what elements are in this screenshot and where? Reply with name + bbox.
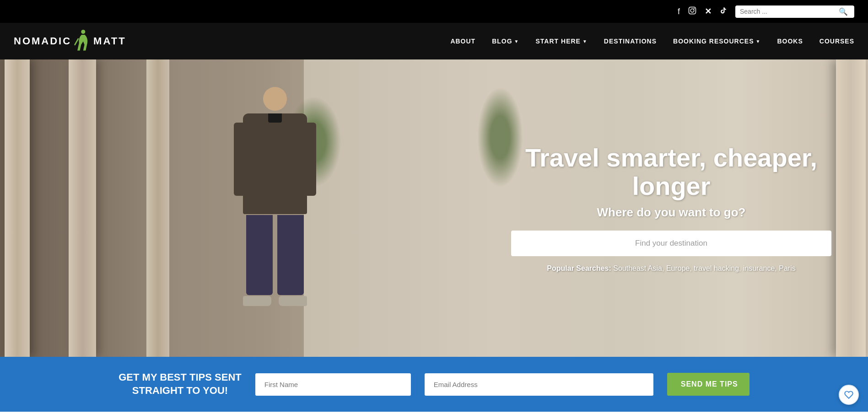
person-legs	[246, 215, 304, 295]
person-collar	[268, 113, 282, 123]
signup-bar: GET MY BEST TIPS SENT STRAIGHT TO YOU! S…	[0, 357, 868, 412]
column-3	[146, 59, 169, 357]
first-name-input[interactable]	[255, 373, 411, 396]
column-r1	[836, 59, 866, 357]
signup-headline-line1: GET MY BEST TIPS SENT	[119, 371, 242, 383]
tiktok-link[interactable]	[720, 6, 727, 16]
popular-searches-label: Popular Searches:	[547, 264, 611, 272]
nav-item-books[interactable]: BOOKS	[777, 38, 803, 45]
search-button[interactable]: 🔍	[839, 7, 848, 16]
hero-title: Travel smarter, cheaper, longer	[511, 144, 831, 200]
svg-point-3	[81, 30, 85, 34]
popular-searches-items: Southeast Asia, Europe, travel hacking, …	[613, 264, 795, 272]
email-input[interactable]	[425, 373, 653, 396]
popular-searches: Popular Searches: Southeast Asia, Europe…	[511, 264, 831, 273]
shoe-left	[243, 296, 271, 306]
logo-text-right: MATT	[93, 35, 126, 47]
hero-content: Travel smarter, cheaper, longer Where do…	[511, 144, 831, 273]
twitter-x-link[interactable]: ✕	[705, 6, 712, 16]
person-shoes	[243, 296, 307, 306]
header-search[interactable]: 🔍	[735, 5, 854, 18]
main-nav: NOMADIC MATT ABOUT BLOG▼ START HERE▼ DES…	[0, 23, 868, 59]
shoe-right	[279, 296, 307, 306]
column-1	[5, 59, 30, 357]
svg-point-2	[694, 8, 695, 9]
instagram-link[interactable]	[688, 6, 696, 17]
hero-search-placeholder: Find your destination	[635, 239, 707, 248]
nav-link-destinations[interactable]: DESTINATIONS	[604, 38, 657, 45]
person-head	[263, 87, 287, 111]
hero-section: Travel smarter, cheaper, longer Where do…	[0, 59, 868, 357]
nav-item-blog[interactable]: BLOG▼	[492, 38, 519, 45]
hero-subtitle: Where do you want to go?	[511, 205, 831, 220]
social-icons: f ✕	[678, 6, 727, 17]
svg-line-4	[75, 39, 78, 45]
nav-link-books[interactable]: BOOKS	[777, 38, 803, 45]
nav-link-about[interactable]: ABOUT	[450, 38, 475, 45]
nav-item-start-here[interactable]: START HERE▼	[536, 38, 588, 45]
hero-search-box[interactable]: Find your destination	[511, 231, 831, 256]
logo-link[interactable]: NOMADIC MATT	[14, 30, 126, 53]
chevron-down-icon: ▼	[582, 39, 588, 44]
nav-links: ABOUT BLOG▼ START HERE▼ DESTINATIONS BOO…	[450, 38, 854, 45]
signup-headline: GET MY BEST TIPS SENT STRAIGHT TO YOU!	[119, 371, 242, 397]
leg-right	[277, 215, 304, 295]
nav-item-booking[interactable]: BOOKING RESOURCES▼	[673, 38, 760, 45]
column-2	[69, 59, 96, 357]
svg-rect-0	[689, 7, 696, 14]
nav-item-about[interactable]: ABOUT	[450, 38, 475, 45]
chevron-down-icon: ▼	[756, 39, 761, 44]
signup-headline-line2: STRAIGHT TO YOU!	[132, 385, 228, 396]
nav-link-courses[interactable]: COURSES	[819, 38, 854, 45]
wishlist-bubble[interactable]	[839, 385, 859, 405]
search-input[interactable]	[740, 8, 836, 15]
person-body	[243, 113, 307, 214]
facebook-link[interactable]: f	[678, 7, 680, 16]
svg-point-1	[690, 9, 694, 12]
person-arm-left	[234, 123, 245, 196]
nav-link-start-here[interactable]: START HERE▼	[536, 38, 588, 45]
top-bar: f ✕ 🔍	[0, 0, 868, 23]
hero-person	[243, 87, 307, 306]
person-arm-right	[305, 123, 316, 196]
send-tips-button[interactable]: SEND ME TIPS	[667, 373, 749, 396]
logo-text-left: NOMADIC	[14, 35, 71, 47]
leg-left	[246, 215, 273, 295]
hiker-icon	[73, 30, 92, 53]
nav-item-destinations[interactable]: DESTINATIONS	[604, 38, 657, 45]
nav-item-courses[interactable]: COURSES	[819, 38, 854, 45]
chevron-down-icon: ▼	[514, 39, 519, 44]
nav-link-booking[interactable]: BOOKING RESOURCES▼	[673, 38, 760, 45]
nav-link-blog[interactable]: BLOG▼	[492, 38, 519, 45]
